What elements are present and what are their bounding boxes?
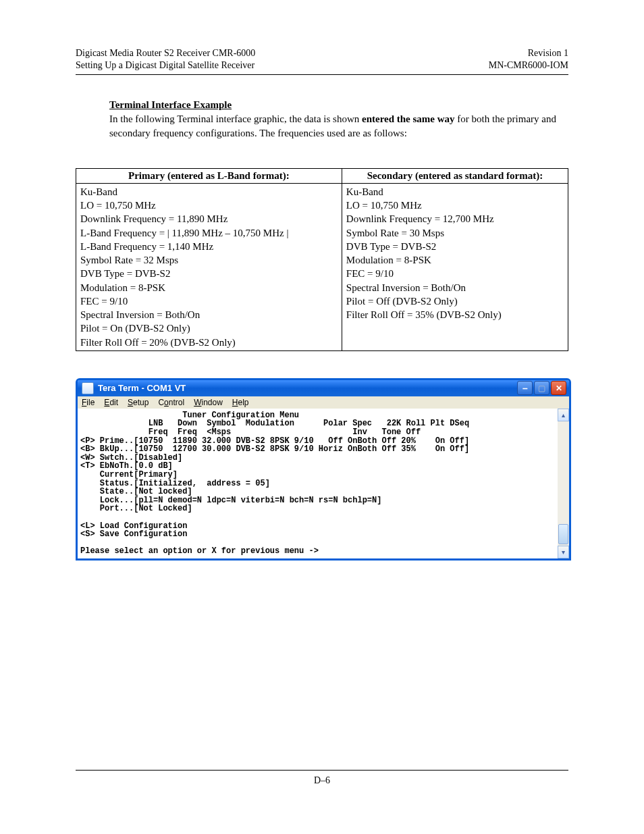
maximize-button[interactable]: ▢ <box>534 381 549 395</box>
scroll-up-button[interactable]: ▴ <box>558 409 569 421</box>
primary-line: Symbol Rate = 32 Msps <box>80 253 338 267</box>
secondary-line: DVB Type = DVB-S2 <box>346 240 564 253</box>
primary-line: LO = 10,750 MHz <box>80 199 338 212</box>
titlebar[interactable]: Tera Term - COM1 VT ‒ ▢ ✕ <box>78 380 569 396</box>
header-left-line1: Digicast Media Router S2 Receiver CMR-60… <box>76 47 255 59</box>
secondary-cell: Ku-Band LO = 10,750 MHz Downlink Frequen… <box>342 183 568 350</box>
primary-line: Pilot = On (DVB-S2 Only) <box>80 321 338 335</box>
primary-line: Spectral Inversion = Both/On <box>80 308 338 321</box>
menu-window[interactable]: Window <box>194 398 223 407</box>
menu-help[interactable]: Help <box>232 398 249 407</box>
close-button[interactable]: ✕ <box>551 381 566 395</box>
minimize-button[interactable]: ‒ <box>517 381 533 395</box>
secondary-line: Spectral Inversion = Both/On <box>346 281 564 294</box>
terminal-body[interactable]: Tuner Configuration Menu LNB Down Symbol… <box>78 409 558 558</box>
configuration-table: Primary (entered as L-Band format): Seco… <box>76 168 568 351</box>
primary-line: Modulation = 8-PSK <box>80 281 338 294</box>
primary-line: Downlink Frequency = 11,890 MHz <box>80 212 338 226</box>
intro-bold: entered the same way <box>362 113 455 124</box>
menu-file[interactable]: File <box>82 398 95 407</box>
secondary-line: FEC = 9/10 <box>346 267 564 280</box>
page-header: Digicast Media Router S2 Receiver CMR-60… <box>76 47 568 72</box>
primary-line: FEC = 9/10 <box>80 294 338 308</box>
menu-setup[interactable]: Setup <box>128 398 149 407</box>
menu-bar: File Edit Setup Control Window Help <box>78 396 569 409</box>
primary-cell: Ku-Band LO = 10,750 MHz Downlink Frequen… <box>76 183 342 350</box>
header-left-line2: Setting Up a Digicast Digital Satellite … <box>76 59 255 72</box>
primary-line: L-Band Frequency = | 11,890 MHz – 10,750… <box>80 226 338 240</box>
scrollbar[interactable]: ▴ ▾ <box>558 409 569 558</box>
intro-paragraph: In the following Terminal interface grap… <box>109 112 568 140</box>
primary-line: Ku-Band <box>80 185 338 199</box>
intro-pre: In the following Terminal interface grap… <box>109 113 362 124</box>
page-number: D–6 <box>76 775 568 786</box>
scroll-thumb[interactable] <box>558 524 568 544</box>
secondary-line: Pilot = Off (DVB-S2 Only) <box>346 294 564 308</box>
secondary-line: Filter Roll Off = 35% (DVB-S2 Only) <box>346 308 564 321</box>
header-right-line2: MN-CMR6000-IOM <box>489 59 568 72</box>
scroll-down-button[interactable]: ▾ <box>558 546 569 558</box>
secondary-header: Secondary (entered as standard format): <box>342 168 568 183</box>
footer-rule <box>76 770 568 771</box>
primary-line: L-Band Frequency = 1,140 MHz <box>80 240 338 253</box>
menu-control[interactable]: Control <box>158 398 184 407</box>
secondary-line: LO = 10,750 MHz <box>346 199 564 212</box>
secondary-line: Modulation = 8-PSK <box>346 253 564 267</box>
primary-line: DVB Type = DVB-S2 <box>80 267 338 280</box>
tera-term-window: Tera Term - COM1 VT ‒ ▢ ✕ File Edit Setu… <box>76 378 571 561</box>
secondary-line: Downlink Frequency = 12,700 MHz <box>346 212 564 226</box>
secondary-line: Ku-Band <box>346 185 564 199</box>
app-icon <box>82 382 94 394</box>
window-title: Tera Term - COM1 VT <box>98 383 517 393</box>
section-title: Terminal Interface Example <box>109 99 568 111</box>
menu-edit[interactable]: Edit <box>104 398 118 407</box>
secondary-line: Symbol Rate = 30 Msps <box>346 226 564 240</box>
primary-header: Primary (entered as L-Band format): <box>76 168 342 183</box>
header-right-line1: Revision 1 <box>489 47 568 59</box>
primary-line: Filter Roll Off = 20% (DVB-S2 Only) <box>80 336 338 349</box>
scroll-track[interactable] <box>558 421 569 546</box>
header-rule <box>76 74 568 75</box>
